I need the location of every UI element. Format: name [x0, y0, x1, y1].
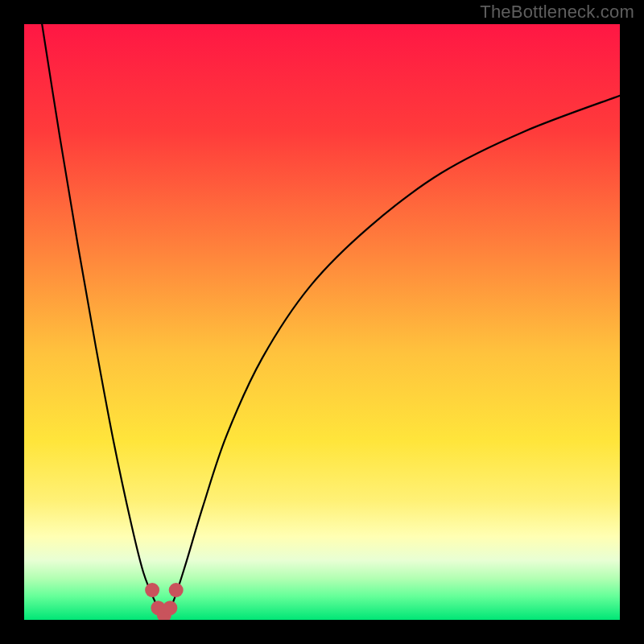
watermark-text: TheBottleneck.com [480, 2, 634, 23]
plot-area [24, 24, 620, 620]
gradient-background [24, 24, 620, 620]
chart-frame: TheBottleneck.com [0, 0, 644, 644]
svg-rect-0 [24, 24, 620, 620]
